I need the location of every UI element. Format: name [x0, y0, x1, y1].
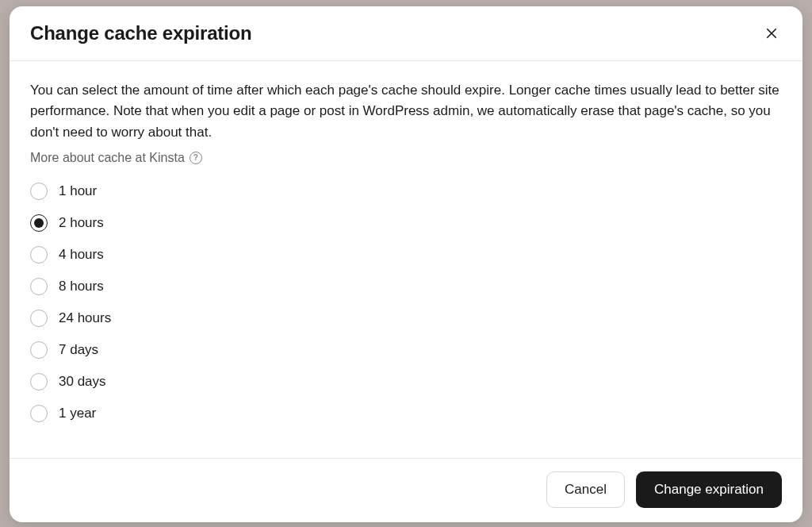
- change-expiration-button[interactable]: Change expiration: [636, 471, 782, 508]
- radio-indicator: [30, 214, 48, 232]
- close-button[interactable]: [761, 23, 782, 44]
- radio-label: 8 hours: [59, 279, 104, 294]
- close-icon: [764, 26, 779, 40]
- radio-label: 4 hours: [59, 247, 104, 263]
- help-link-text: More about cache at Kinsta: [30, 151, 185, 165]
- radio-indicator: [30, 405, 48, 422]
- radio-label: 7 days: [59, 342, 98, 358]
- modal-description: You can select the amount of time after …: [30, 80, 782, 143]
- radio-label: 1 year: [59, 406, 96, 421]
- modal-change-cache-expiration: Change cache expiration You can select t…: [10, 6, 802, 522]
- radio-indicator: [30, 183, 48, 200]
- modal-body: You can select the amount of time after …: [10, 61, 802, 458]
- radio-label: 30 days: [59, 374, 106, 390]
- radio-option-1-year[interactable]: 1 year: [30, 405, 782, 422]
- question-icon: ?: [190, 152, 202, 164]
- radio-option-7-days[interactable]: 7 days: [30, 341, 782, 359]
- radio-indicator: [30, 310, 48, 327]
- radio-indicator: [30, 246, 48, 264]
- radio-option-4-hours[interactable]: 4 hours: [30, 246, 782, 264]
- help-link[interactable]: More about cache at Kinsta ?: [30, 151, 202, 165]
- radio-list: 1 hour 2 hours 4 hours 8 hours 24 hours …: [30, 183, 782, 422]
- radio-option-2-hours[interactable]: 2 hours: [30, 214, 782, 232]
- cancel-button[interactable]: Cancel: [546, 471, 625, 508]
- radio-indicator: [30, 373, 48, 390]
- radio-label: 24 hours: [59, 310, 111, 326]
- radio-indicator: [30, 341, 48, 359]
- radio-indicator: [30, 278, 48, 295]
- modal-footer: Cancel Change expiration: [10, 458, 802, 522]
- radio-option-8-hours[interactable]: 8 hours: [30, 278, 782, 295]
- modal-title: Change cache expiration: [30, 22, 252, 44]
- radio-option-24-hours[interactable]: 24 hours: [30, 310, 782, 327]
- radio-option-30-days[interactable]: 30 days: [30, 373, 782, 390]
- modal-header: Change cache expiration: [10, 6, 802, 61]
- radio-label: 1 hour: [59, 183, 97, 199]
- radio-option-1-hour[interactable]: 1 hour: [30, 183, 782, 200]
- radio-label: 2 hours: [59, 215, 104, 231]
